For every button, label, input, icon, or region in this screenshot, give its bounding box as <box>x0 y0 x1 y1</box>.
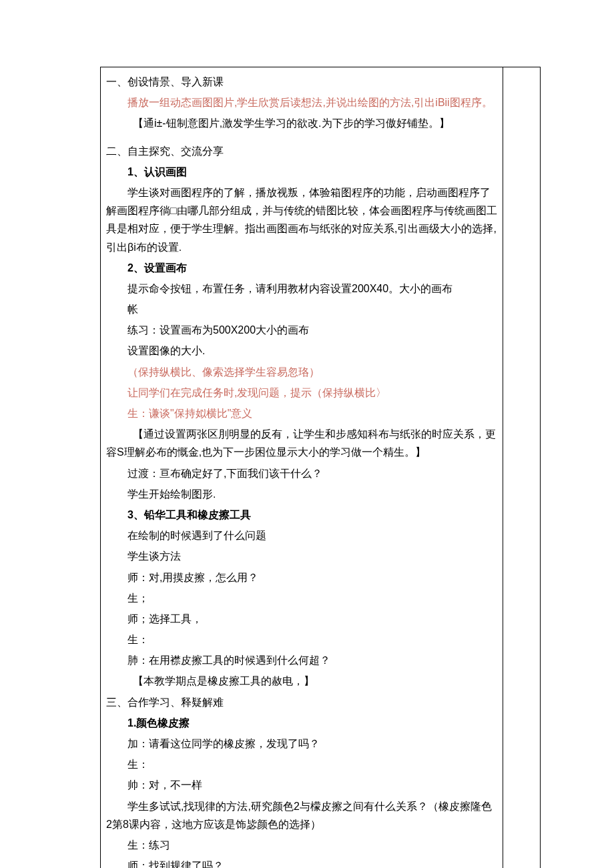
section-2-sub3-p1: 在绘制的时候遇到了什么问题 <box>106 525 497 546</box>
section-3-p2: 生： <box>106 754 497 775</box>
section-2-sub3-p4: 生； <box>106 588 497 608</box>
section-3-p5: 生：练习 <box>106 835 497 855</box>
section-2-sub2-title: 2、设置画布 <box>106 258 497 278</box>
section-2-sub3-p8: 【本教学期点是橡皮擦工具的赦电，】 <box>106 671 497 691</box>
section-2-sub3-p2: 学生谈方法 <box>106 546 497 566</box>
section-2-sub1-p1: 学生谈对画图程序的了解，播放视叛，体验箱图程序的功能，启动画图程序了解画图程序徜… <box>106 182 497 258</box>
section-1-heading: 一、创设情景、导入新课 <box>106 71 497 92</box>
section-2-sub2-p7: 学生开始绘制图形. <box>106 484 497 504</box>
section-2-sub2-r1: （保持纵横比、像索选择学生容易忽珞） <box>106 362 497 382</box>
section-3-p1: 加：请看这位同学的橡皮擦，发现了吗？ <box>106 733 497 754</box>
section-2-sub2-r2: 让同学们在完成任务时,发现问题，提示（保持纵横比〉 <box>106 382 497 403</box>
section-3-p4: 学生多试试,找现律的方法,研究颜色2与檬皮擦之间有什么关系？（橡皮擦隆色2第8课… <box>106 796 497 835</box>
section-2-sub1-title: 1、认识画图 <box>106 161 497 182</box>
section-2-sub2-p5: 【通过设置两张区刖明显的反有，让学生和步感知科布与纸张的时应关系，更容S理解必布… <box>106 424 497 462</box>
section-2-heading: 二、自主探究、交流分享 <box>106 141 497 161</box>
section-3-heading: 三、合作学习、释疑解难 <box>106 692 497 713</box>
document-content: 一、创设情景、导入新课 播放一组动态画图图片,学生欣赏后读想法,并说出绘图的方法… <box>101 67 503 868</box>
section-2-sub3-title: 3、铅华工具和橡皮擦工具 <box>106 504 497 525</box>
section-2-sub2-p4: 设置图像的大小. <box>106 340 497 361</box>
section-3-sub1-title: 1.颜色橡皮擦 <box>106 713 497 733</box>
section-2-sub2-p6: 过渡：亘布确定好了,下面我们该干什么？ <box>106 463 497 484</box>
section-3-p3: 帅：对，不一样 <box>106 775 497 795</box>
section-2-sub3-p6: 生： <box>106 629 497 650</box>
section-2-sub2-p2: 帐 <box>106 299 497 320</box>
side-column <box>503 67 540 868</box>
section-1-p2: 【通i±-钮制意图片,激发学生学习的欲改.为下步的学习傲好铺垫。】 <box>106 113 497 133</box>
section-2-sub3-p5: 师；选择工具， <box>106 608 497 629</box>
section-2-sub3-p7: 肺：在用襟皮擦工具的时候遇到什么何超？ <box>106 650 497 671</box>
section-1-p1: 播放一组动态画图图片,学生欣赏后读想法,并说出绘图的方法,引出iBii图程序。 <box>106 92 497 113</box>
section-3-p6: 师：找到规律了吗？ <box>106 855 497 868</box>
section-2-sub2-p1: 提示命令按钮，布置任务，请利用教材内容设置200X40。大小的画布 <box>106 278 497 299</box>
section-2-sub2-p3: 练习：设置画布为500X200大小的画布 <box>106 320 497 340</box>
section-2-sub3-p3: 师：对,用摸皮擦，怎么用？ <box>106 567 497 588</box>
section-2-sub2-r3: 生：谦谈"保持姒横比"意义 <box>106 403 497 424</box>
